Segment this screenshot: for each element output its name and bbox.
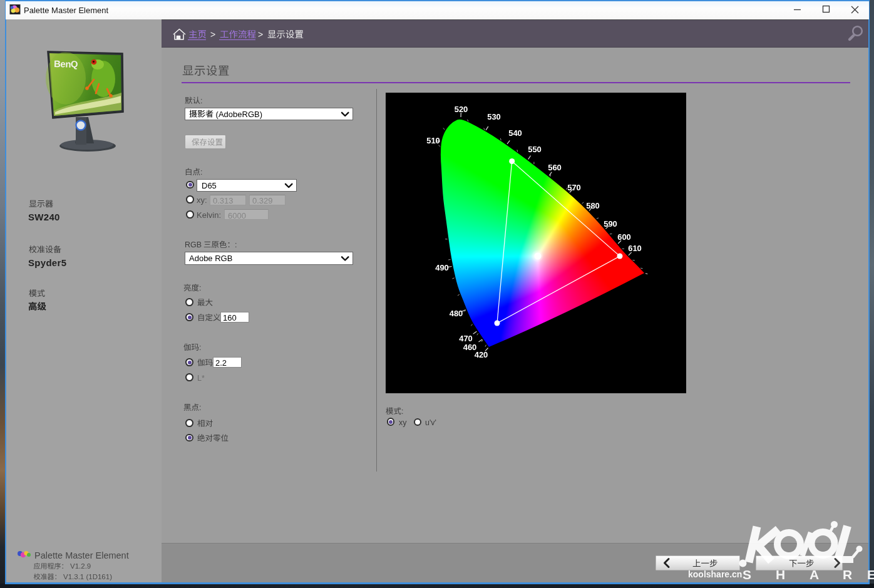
svg-text:>: >: [258, 29, 263, 39]
svg-text::: :: [200, 96, 202, 105]
svg-text:6000: 6000: [228, 211, 246, 220]
svg-text:Kelvin:: Kelvin:: [197, 210, 221, 220]
svg-text:Palette Master Element: Palette Master Element: [34, 550, 129, 560]
svg-text:SW240: SW240: [28, 212, 60, 222]
svg-text:A: A: [810, 567, 819, 582]
svg-text:V1.2.9: V1.2.9: [70, 562, 91, 570]
svg-text:Palette Master Element: Palette Master Element: [24, 6, 109, 15]
svg-text:2.2: 2.2: [215, 358, 227, 368]
svg-text:xy: xy: [399, 418, 407, 427]
svg-text:160: 160: [223, 313, 237, 322]
svg-text:H: H: [776, 567, 785, 582]
svg-text:xy:: xy:: [197, 195, 207, 205]
svg-text:0.313: 0.313: [213, 196, 234, 205]
svg-text:Spyder5: Spyder5: [28, 257, 66, 268]
svg-text:u'v': u'v': [425, 418, 436, 427]
svg-text::: :: [199, 284, 201, 292]
svg-text:E: E: [867, 567, 874, 582]
svg-text:RGB: RGB: [185, 240, 204, 249]
svg-text:V1.3.1 (1D161): V1.3.1 (1D161): [63, 573, 112, 580]
svg-text::: :: [401, 407, 403, 416]
svg-text:(AdobeRGB): (AdobeRGB): [213, 110, 262, 119]
svg-text::: :: [199, 343, 201, 352]
svg-text:L*: L*: [197, 374, 205, 383]
svg-text:Adobe RGB: Adobe RGB: [189, 254, 232, 263]
svg-text::: :: [199, 403, 201, 412]
svg-text::: :: [200, 168, 202, 177]
svg-text:D65: D65: [202, 181, 217, 190]
svg-text:R: R: [843, 567, 852, 582]
svg-text:>: >: [210, 29, 215, 39]
svg-text:0.329: 0.329: [252, 196, 273, 205]
svg-text:koolshare.cn: koolshare.cn: [688, 569, 742, 579]
svg-text:BenQ: BenQ: [54, 58, 78, 70]
svg-text::: :: [235, 240, 237, 249]
svg-text:S: S: [743, 567, 751, 582]
